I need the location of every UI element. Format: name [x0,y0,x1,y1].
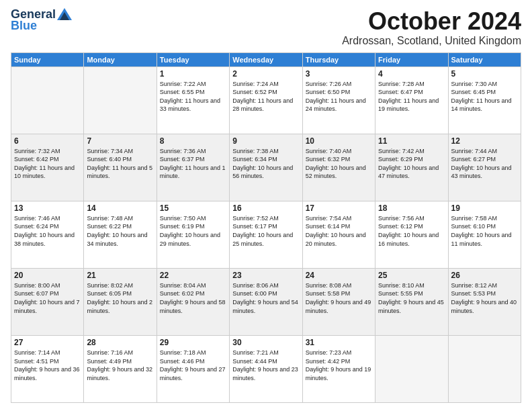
day-info: Sunrise: 7:48 AMSunset: 6:22 PMDaylight:… [87,214,153,248]
day-info: Sunrise: 8:12 AMSunset: 5:53 PMDaylight:… [451,281,518,315]
day-number: 19 [451,203,518,213]
day-number: 22 [160,271,226,280]
day-info: Sunrise: 8:10 AMSunset: 5:55 PMDaylight:… [378,281,445,315]
header: General Blue October 2024 Ardrossan, Sco… [11,8,521,47]
day-info: Sunrise: 7:52 AMSunset: 6:17 PMDaylight:… [232,214,299,248]
calendar-cell: 15Sunrise: 7:50 AMSunset: 6:19 PMDayligh… [157,201,229,268]
logo-blue-text: Blue [11,19,37,33]
calendar-cell: 30Sunrise: 7:21 AMSunset: 4:44 PMDayligh… [230,335,302,402]
calendar-cell: 29Sunrise: 7:18 AMSunset: 4:46 PMDayligh… [157,335,229,402]
day-info: Sunrise: 7:46 AMSunset: 6:24 PMDaylight:… [14,214,81,248]
day-number: 17 [306,203,372,213]
calendar-cell: 24Sunrise: 8:08 AMSunset: 5:58 PMDayligh… [302,268,375,335]
day-number: 10 [306,136,372,146]
calendar-cell: 17Sunrise: 7:54 AMSunset: 6:14 PMDayligh… [302,201,375,268]
day-number: 20 [14,271,81,280]
day-info: Sunrise: 7:14 AMSunset: 4:51 PMDaylight:… [14,349,81,382]
day-info: Sunrise: 7:26 AMSunset: 6:50 PMDaylight:… [306,80,372,113]
title-area: October 2024 Ardrossan, Scotland, United… [342,8,521,47]
day-info: Sunrise: 7:16 AMSunset: 4:49 PMDaylight:… [87,349,153,382]
day-info: Sunrise: 7:56 AMSunset: 6:12 PMDaylight:… [378,214,445,248]
day-number: 25 [378,271,445,280]
day-info: Sunrise: 7:40 AMSunset: 6:32 PMDaylight:… [306,147,372,181]
day-number: 14 [87,203,153,213]
calendar-cell: 7Sunrise: 7:34 AMSunset: 6:40 PMDaylight… [84,134,157,201]
day-number: 3 [306,69,372,79]
calendar-week-4: 20Sunrise: 8:00 AMSunset: 6:07 PMDayligh… [11,268,521,335]
day-number: 27 [14,338,81,347]
month-title: October 2024 [342,8,521,35]
day-number: 24 [306,271,372,280]
col-thursday: Thursday [302,52,375,66]
calendar-cell: 16Sunrise: 7:52 AMSunset: 6:17 PMDayligh… [230,201,302,268]
calendar-week-3: 13Sunrise: 7:46 AMSunset: 6:24 PMDayligh… [11,201,521,268]
col-wednesday: Wednesday [230,52,302,66]
calendar-cell: 4Sunrise: 7:28 AMSunset: 6:47 PMDaylight… [375,66,448,134]
calendar-week-1: 1Sunrise: 7:22 AMSunset: 6:55 PMDaylight… [11,66,521,134]
day-info: Sunrise: 7:24 AMSunset: 6:52 PMDaylight:… [232,80,299,113]
day-number: 18 [378,203,445,213]
col-friday: Friday [375,52,448,66]
calendar-cell: 19Sunrise: 7:58 AMSunset: 6:10 PMDayligh… [448,201,521,268]
calendar-cell [84,66,157,134]
day-number: 26 [451,271,518,280]
day-number: 31 [306,338,372,347]
day-info: Sunrise: 7:21 AMSunset: 4:44 PMDaylight:… [232,349,299,382]
day-info: Sunrise: 7:42 AMSunset: 6:29 PMDaylight:… [378,147,445,181]
calendar-cell: 23Sunrise: 8:06 AMSunset: 6:00 PMDayligh… [230,268,302,335]
col-saturday: Saturday [448,52,521,66]
calendar-table: Sunday Monday Tuesday Wednesday Thursday… [11,52,521,403]
day-info: Sunrise: 8:04 AMSunset: 6:02 PMDaylight:… [160,281,226,315]
calendar-cell: 31Sunrise: 7:23 AMSunset: 4:42 PMDayligh… [302,335,375,402]
day-info: Sunrise: 7:50 AMSunset: 6:19 PMDaylight:… [160,214,226,248]
day-number: 23 [232,271,299,280]
day-number: 4 [378,69,445,79]
calendar-cell: 6Sunrise: 7:32 AMSunset: 6:42 PMDaylight… [11,134,84,201]
calendar-cell: 8Sunrise: 7:36 AMSunset: 6:37 PMDaylight… [157,134,229,201]
day-number: 12 [451,136,518,146]
day-info: Sunrise: 7:58 AMSunset: 6:10 PMDaylight:… [451,214,518,248]
day-info: Sunrise: 7:23 AMSunset: 4:42 PMDaylight:… [306,349,372,382]
calendar-cell [448,335,521,402]
day-number: 15 [160,203,226,213]
calendar-cell: 13Sunrise: 7:46 AMSunset: 6:24 PMDayligh… [11,201,84,268]
day-number: 5 [451,69,518,79]
day-number: 6 [14,136,81,146]
day-number: 30 [232,338,299,347]
calendar-cell: 14Sunrise: 7:48 AMSunset: 6:22 PMDayligh… [84,201,157,268]
calendar-cell: 1Sunrise: 7:22 AMSunset: 6:55 PMDaylight… [157,66,229,134]
calendar-cell [375,335,448,402]
day-number: 11 [378,136,445,146]
col-tuesday: Tuesday [157,52,229,66]
calendar-cell: 25Sunrise: 8:10 AMSunset: 5:55 PMDayligh… [375,268,448,335]
day-info: Sunrise: 8:08 AMSunset: 5:58 PMDaylight:… [306,281,372,315]
calendar-cell: 22Sunrise: 8:04 AMSunset: 6:02 PMDayligh… [157,268,229,335]
day-number: 16 [232,203,299,213]
calendar-cell: 20Sunrise: 8:00 AMSunset: 6:07 PMDayligh… [11,268,84,335]
calendar-cell: 28Sunrise: 7:16 AMSunset: 4:49 PMDayligh… [84,335,157,402]
day-number: 28 [87,338,153,347]
day-info: Sunrise: 7:34 AMSunset: 6:40 PMDaylight:… [87,147,153,181]
day-info: Sunrise: 7:28 AMSunset: 6:47 PMDaylight:… [378,80,445,113]
day-info: Sunrise: 8:00 AMSunset: 6:07 PMDaylight:… [14,281,81,315]
calendar-cell [11,66,84,134]
day-number: 13 [14,203,81,213]
header-row: Sunday Monday Tuesday Wednesday Thursday… [11,52,521,66]
day-info: Sunrise: 7:22 AMSunset: 6:55 PMDaylight:… [160,80,226,113]
calendar-cell: 3Sunrise: 7:26 AMSunset: 6:50 PMDaylight… [302,66,375,134]
logo: General Blue [11,8,72,33]
day-info: Sunrise: 7:18 AMSunset: 4:46 PMDaylight:… [160,349,226,382]
location: Ardrossan, Scotland, United Kingdom [342,35,521,47]
calendar-week-2: 6Sunrise: 7:32 AMSunset: 6:42 PMDaylight… [11,134,521,201]
col-sunday: Sunday [11,52,84,66]
day-number: 9 [232,136,299,146]
day-number: 1 [160,69,226,79]
calendar-cell: 2Sunrise: 7:24 AMSunset: 6:52 PMDaylight… [230,66,302,134]
calendar-cell: 18Sunrise: 7:56 AMSunset: 6:12 PMDayligh… [375,201,448,268]
calendar-cell: 21Sunrise: 8:02 AMSunset: 6:05 PMDayligh… [84,268,157,335]
col-monday: Monday [84,52,157,66]
day-info: Sunrise: 7:36 AMSunset: 6:37 PMDaylight:… [160,147,226,181]
logo-icon [57,8,72,20]
day-info: Sunrise: 7:44 AMSunset: 6:27 PMDaylight:… [451,147,518,181]
calendar-cell: 10Sunrise: 7:40 AMSunset: 6:32 PMDayligh… [302,134,375,201]
